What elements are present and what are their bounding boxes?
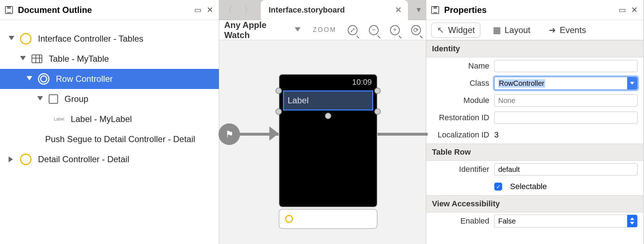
- selectable-checkbox[interactable]: ✓: [494, 183, 502, 191]
- selected-row[interactable]: Label: [283, 90, 373, 111]
- tab-overflow-icon[interactable]: ▼: [412, 6, 426, 14]
- label-identifier: Identifier: [432, 165, 489, 174]
- label-selectable: Selectable: [510, 182, 547, 191]
- tree-item-row-controller[interactable]: Row Controller: [0, 69, 219, 89]
- prop-restoration-id: Restoration ID: [426, 109, 643, 126]
- layout-icon: ▦: [493, 26, 501, 34]
- prop-name: Name: [426, 57, 643, 75]
- disclosure-icon[interactable]: [27, 76, 32, 82]
- canvas-toolbar: Any Apple Watch ZOOM ⤢ − + ⟳: [219, 20, 426, 40]
- prop-identifier: Identifier: [426, 161, 643, 178]
- editor-tab[interactable]: Interface.storyboard ✕: [261, 0, 408, 20]
- row-label-text: Label: [288, 95, 309, 105]
- minimize-icon[interactable]: ▭: [618, 6, 626, 14]
- watch-time: 10:09: [352, 78, 372, 87]
- localization-id-value: 3: [494, 130, 638, 140]
- nav-back-button[interactable]: 〈: [219, 0, 236, 20]
- disclosure-icon[interactable]: [20, 56, 26, 62]
- watch-scene-footer[interactable]: [279, 209, 378, 229]
- entry-arrow-head: [269, 126, 279, 141]
- tree-label: Detail Controller - Detail: [38, 154, 129, 164]
- canvas-panel: 〈 〉 Interface.storyboard ✕ ▼ Any Apple W…: [219, 0, 426, 244]
- close-icon[interactable]: ✕: [630, 6, 638, 14]
- restoration-id-field[interactable]: [494, 112, 638, 124]
- prop-enabled: Enabled False: [426, 212, 643, 230]
- chevron-down-icon[interactable]: [627, 77, 637, 89]
- prop-class: Class RowController: [426, 75, 643, 92]
- device-selector[interactable]: Any Apple Watch: [224, 20, 306, 40]
- minimize-icon[interactable]: ▭: [194, 6, 202, 14]
- label-icon: Label: [54, 117, 64, 122]
- row-controller-icon: [38, 73, 49, 85]
- cursor-icon: ↖: [437, 26, 444, 34]
- tab-events[interactable]: ➜ Events: [543, 23, 591, 37]
- tree-item-table[interactable]: Table - MyTable: [0, 49, 219, 69]
- zoom-out-icon[interactable]: −: [369, 25, 379, 35]
- tree-item-segue[interactable]: Push Segue to Detail Controller - Detail: [0, 129, 219, 149]
- zoom-label: ZOOM: [313, 26, 336, 34]
- tree-item-group[interactable]: Group: [0, 89, 219, 109]
- class-value: RowController: [498, 79, 545, 88]
- properties-tabs: ↖ Widget ▦ Layout ➜ Events: [426, 20, 643, 40]
- zoom-fit-icon[interactable]: ⤢: [348, 25, 357, 35]
- tree-item-label[interactable]: Label Label - MyLabel: [0, 109, 219, 129]
- label-module: Module: [432, 96, 489, 105]
- entry-point-icon[interactable]: ⚑: [218, 123, 240, 145]
- prop-selectable: ✓ Selectable: [426, 178, 643, 195]
- document-outline-panel: Document Outline ▭ ✕ Interface Controlle…: [0, 0, 219, 244]
- zoom-actual-icon[interactable]: ⟳: [411, 25, 421, 35]
- events-icon: ➜: [548, 26, 556, 34]
- nav-forward-button[interactable]: 〉: [240, 0, 257, 20]
- close-icon[interactable]: ✕: [206, 6, 214, 14]
- controller-icon: [20, 33, 32, 44]
- resize-handle[interactable]: [275, 108, 282, 115]
- controller-icon: [20, 154, 32, 165]
- device-label: Any Apple Watch: [224, 20, 290, 40]
- enabled-combobox[interactable]: False: [494, 215, 638, 227]
- resize-handle[interactable]: [275, 88, 282, 94]
- group-icon: [49, 94, 58, 104]
- label-restoration-id: Restoration ID: [432, 113, 489, 122]
- disclosure-icon[interactable]: [9, 156, 14, 162]
- table-icon: [32, 55, 42, 63]
- class-combobox[interactable]: RowController: [494, 77, 638, 90]
- tab-layout[interactable]: ▦ Layout: [488, 23, 535, 37]
- properties-panel: Properties ▭ ✕ ↖ Widget ▦ Layout ➜ Event…: [426, 0, 644, 244]
- outline-tree: Interface Controller - Tables Table - My…: [0, 20, 219, 169]
- tree-item-interface-controller[interactable]: Interface Controller - Tables: [0, 29, 219, 49]
- tree-label: Label - MyLabel: [71, 114, 132, 124]
- resize-handle[interactable]: [325, 113, 331, 119]
- segue-arrow[interactable]: [378, 133, 428, 136]
- tree-label: Row Controller: [56, 74, 113, 84]
- tree-label: Interface Controller - Tables: [38, 34, 143, 44]
- tree-label: Group: [64, 94, 88, 104]
- properties-icon: [431, 6, 439, 14]
- stepper-icon[interactable]: [627, 215, 637, 227]
- tab-widget[interactable]: ↖ Widget: [431, 23, 480, 38]
- disclosure-icon[interactable]: [37, 96, 43, 102]
- canvas-tabbar: 〈 〉 Interface.storyboard ✕ ▼: [219, 0, 426, 20]
- disclosure-icon[interactable]: [9, 36, 14, 42]
- outline-header: Document Outline ▭ ✕: [0, 0, 219, 20]
- label-enabled: Enabled: [432, 216, 489, 226]
- label-class: Class: [432, 79, 489, 88]
- watch-scene[interactable]: 10:09 Label: [279, 74, 378, 207]
- label-localization-id: Localization ID: [432, 130, 489, 140]
- resize-handle[interactable]: [374, 88, 381, 94]
- module-field[interactable]: [494, 94, 638, 107]
- properties-header: Properties ▭ ✕: [426, 0, 643, 20]
- section-table-row: Table Row: [426, 144, 643, 161]
- identifier-field[interactable]: [494, 163, 638, 175]
- canvas-body[interactable]: ⚑ 10:09 Label: [219, 40, 426, 244]
- name-field[interactable]: [494, 60, 638, 72]
- tree-item-detail-controller[interactable]: Detail Controller - Detail: [0, 149, 219, 169]
- section-view-accessibility: View Accessibility: [426, 195, 643, 212]
- outline-icon: [5, 6, 13, 14]
- tree-label: Table - MyTable: [49, 54, 109, 64]
- tab-close-icon[interactable]: ✕: [395, 5, 402, 15]
- tab-label: Interface.storyboard: [269, 5, 345, 15]
- tree-label: Push Segue to Detail Controller - Detail: [45, 134, 195, 144]
- chevron-down-icon: [295, 27, 301, 33]
- resize-handle[interactable]: [374, 108, 381, 115]
- zoom-in-icon[interactable]: +: [390, 25, 400, 35]
